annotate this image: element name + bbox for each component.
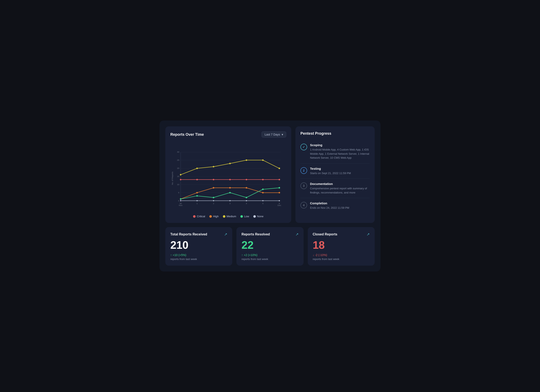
total-reports-sub: reports from last week — [170, 257, 227, 261]
resolved-reports-arrow — [241, 253, 243, 257]
svg-text:Dec: Dec — [278, 204, 281, 206]
resolved-reports-title: Reports Resolved — [241, 232, 270, 236]
step-1-icon: ✓ — [300, 144, 307, 150]
medium-dot — [223, 215, 225, 218]
svg-point-47 — [196, 195, 198, 197]
chart-svg: No. of Reports 0 — [170, 141, 286, 212]
svg-point-46 — [180, 198, 181, 200]
high-dot — [209, 215, 212, 218]
step-4-name: Completion — [310, 201, 349, 205]
svg-text:2: 2 — [213, 202, 214, 205]
step-1-name: Scoping — [310, 143, 370, 147]
svg-text:30: 30 — [177, 151, 179, 153]
total-reports-change: +10 (+5%) — [170, 253, 227, 257]
closed-reports-header: Closed Reports ↗ — [313, 232, 370, 237]
none-dot — [253, 215, 256, 218]
svg-point-42 — [229, 163, 230, 164]
svg-point-25 — [180, 179, 181, 180]
pentest-title: Pentest Progress — [300, 131, 370, 136]
resolved-reports-change: +2 (+10%) — [241, 253, 298, 257]
svg-point-29 — [246, 179, 247, 180]
svg-point-28 — [229, 179, 230, 180]
total-reports-arrow — [170, 253, 172, 257]
svg-text:20: 20 — [177, 167, 179, 169]
svg-point-56 — [229, 200, 230, 201]
total-reports-value: 210 — [170, 240, 227, 251]
step-3-content: Documentation Comprehensive pentest repo… — [310, 182, 370, 195]
step-4-content: Completion Ends on Nov 24, 2022 11:59 PM — [310, 201, 349, 210]
svg-text:5: 5 — [262, 202, 264, 205]
resolved-reports-value: 22 — [241, 240, 298, 251]
chart-title: Reports Over Time — [170, 132, 204, 137]
legend-none: None — [253, 215, 264, 218]
medium-label: Medium — [227, 215, 236, 218]
total-reports-change-value: +10 (+5%) — [173, 253, 186, 257]
resolved-reports-link-icon[interactable]: ↗ — [295, 232, 299, 237]
closed-reports-title: Closed Reports — [313, 232, 337, 236]
step-2-name: Testing — [310, 167, 351, 170]
low-label: Low — [244, 215, 249, 218]
closed-reports-value: 18 — [313, 240, 370, 251]
svg-point-38 — [279, 192, 280, 193]
legend-medium: Medium — [223, 215, 236, 218]
svg-text:5: 5 — [178, 191, 180, 194]
svg-point-48 — [213, 197, 214, 198]
step-3-icon: 3 — [300, 182, 307, 189]
step-2-icon: 2 — [300, 167, 307, 174]
svg-point-52 — [279, 187, 280, 188]
legend-high: High — [209, 215, 219, 218]
svg-point-55 — [213, 200, 214, 201]
reports-over-time-card: Reports Over Time Last 7 Days ▾ No. of R… — [165, 126, 291, 223]
svg-point-51 — [262, 188, 264, 190]
critical-label: Critical — [197, 215, 205, 218]
closed-reports-sub: reports from last week — [313, 257, 370, 261]
svg-point-37 — [262, 192, 264, 193]
svg-point-45 — [279, 168, 280, 169]
svg-point-35 — [229, 187, 230, 188]
svg-point-43 — [246, 159, 247, 161]
chart-legend: Critical High Medium Low None — [170, 215, 286, 218]
legend-critical: Critical — [193, 215, 205, 218]
svg-text:Nov: Nov — [179, 204, 183, 206]
svg-point-49 — [229, 192, 230, 193]
critical-dot — [193, 215, 195, 218]
step-scoping: ✓ Scoping 1 Android Mobile App, 4 Custom… — [300, 140, 370, 163]
closed-reports-card: Closed Reports ↗ 18 -2 (-10%) reports fr… — [308, 227, 375, 266]
time-filter-button[interactable]: Last 7 Days ▾ — [261, 131, 286, 138]
step-1-desc: 1 Android Mobile App, 4 Custom Web App, … — [310, 148, 370, 160]
resolved-reports-change-value: +2 (+10%) — [244, 253, 257, 257]
closed-reports-link-icon[interactable]: ↗ — [366, 232, 370, 237]
y-axis-label: No. of Reports — [171, 172, 174, 185]
svg-point-34 — [213, 187, 214, 188]
closed-reports-arrow — [313, 253, 314, 257]
total-reports-link-icon[interactable]: ↗ — [224, 232, 227, 237]
dashboard: Reports Over Time Last 7 Days ▾ No. of R… — [160, 121, 380, 271]
svg-point-30 — [262, 179, 264, 180]
top-row: Reports Over Time Last 7 Days ▾ No. of R… — [165, 126, 375, 223]
svg-point-58 — [262, 200, 263, 201]
svg-point-53 — [180, 200, 181, 201]
svg-text:25: 25 — [177, 159, 179, 161]
svg-text:0: 0 — [178, 200, 180, 202]
step-3-desc: Comprehensive pentest report with summar… — [310, 186, 370, 195]
svg-point-40 — [196, 168, 198, 169]
pentest-progress-card: Pentest Progress ✓ Scoping 1 Android Mob… — [295, 126, 375, 223]
svg-point-59 — [279, 200, 280, 201]
legend-low: Low — [240, 215, 249, 218]
none-label: None — [257, 215, 264, 218]
low-dot — [240, 215, 243, 218]
svg-point-54 — [197, 200, 198, 201]
resolved-reports-sub: reports from last week — [241, 257, 298, 261]
chart-area: No. of Reports 0 — [170, 141, 286, 212]
step-completion: 4 Completion Ends on Nov 24, 2022 11:59 … — [300, 198, 370, 213]
svg-point-27 — [213, 179, 214, 180]
svg-point-33 — [196, 192, 198, 193]
svg-point-26 — [196, 179, 198, 180]
svg-text:1: 1 — [196, 202, 197, 205]
svg-point-44 — [262, 159, 264, 161]
total-reports-card: Total Reports Received ↗ 210 +10 (+5%) r… — [165, 227, 232, 266]
resolved-reports-header: Reports Resolved ↗ — [241, 232, 298, 237]
step-2-content: Testing Starts on Sept 21, 2022 11:59 PM — [310, 167, 351, 175]
svg-point-50 — [246, 197, 247, 198]
bottom-row: Total Reports Received ↗ 210 +10 (+5%) r… — [165, 227, 375, 266]
